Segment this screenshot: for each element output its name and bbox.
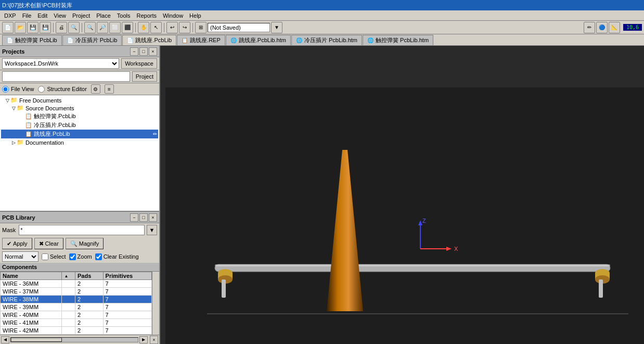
col-pads[interactable]: Pads — [75, 272, 104, 280]
workspace-select[interactable]: Workspace1.DsnWrk — [2, 58, 119, 69]
table-row-3[interactable]: WIRE - 39MM 2 7 — [1, 303, 152, 311]
pcblib-float-btn[interactable]: □ — [139, 213, 148, 222]
menu-tools[interactable]: Tools — [114, 12, 134, 19]
select-checkbox-item[interactable]: Select — [42, 253, 66, 260]
zoom-area-btn[interactable]: ⬛ — [122, 22, 133, 33]
tree-item-0[interactable]: 📋 触控弹簧.PcbLib — [1, 112, 158, 121]
mode-select[interactable]: Normal — [2, 251, 38, 262]
cell-name-2: WIRE - 38MM — [1, 296, 62, 303]
menu-place[interactable]: Place — [93, 12, 114, 19]
magnify-icon: 🔍 — [70, 240, 78, 247]
workspace-button[interactable]: Workspace — [121, 58, 157, 69]
table-row-0[interactable]: WIRE - 36MM 2 7 — [1, 280, 152, 288]
apply-button[interactable]: ✔ Apply — [2, 238, 32, 249]
expand-source-docs[interactable]: ▽ — [10, 105, 17, 111]
left-panel-scrollbar[interactable]: ◀ ▶ × — [0, 335, 159, 344]
menu-bar: DXP File Edit View Project Place Tools R… — [0, 10, 644, 21]
file-view-radio[interactable]: File View — [2, 86, 34, 93]
tab-3[interactable]: 📋 跳线座.REP — [177, 35, 225, 45]
h-scroll-thumb[interactable] — [11, 338, 62, 342]
cell-pads-1: 2 — [75, 288, 104, 296]
tab-1[interactable]: 📄 冷压插片 PcbLib — [62, 35, 122, 45]
mask-input[interactable] — [19, 225, 145, 235]
cell-name-0: WIRE - 36MM — [1, 280, 62, 288]
cell-pads-4: 2 — [75, 311, 104, 319]
magnify-button[interactable]: 🔍 Magnify — [66, 238, 104, 249]
menu-dxp[interactable]: DXP — [1, 12, 19, 19]
table-row-4[interactable]: WIRE - 40MM 2 7 — [1, 311, 152, 319]
layer-btn[interactable]: 📐 — [609, 22, 620, 33]
clear-button[interactable]: ✖ Clear — [34, 238, 63, 249]
grid-btn[interactable]: ⊞ — [195, 22, 207, 33]
redo-btn[interactable]: ↪ — [179, 22, 190, 33]
menu-window[interactable]: Window — [160, 12, 186, 19]
clear-existing-checkbox[interactable] — [95, 253, 102, 260]
mask-dropdown-btn[interactable]: ▼ — [147, 225, 157, 235]
structure-editor-radio[interactable]: Structure Editor — [38, 86, 86, 93]
menu-project[interactable]: Project — [69, 12, 93, 19]
table-row-6[interactable]: WIRE - 42MM 2 7 — [1, 327, 152, 335]
tree-source-documents[interactable]: ▽ 📁 Source Documents — [1, 104, 158, 112]
menu-file[interactable]: File — [19, 12, 35, 19]
3d-view-btn[interactable]: 🔵 — [596, 22, 608, 33]
print-btn[interactable]: 🖨 — [56, 22, 67, 33]
table-row-5[interactable]: WIRE - 41MM 2 7 — [1, 319, 152, 327]
lib-options-row: Normal Select Zoom Clear Existing — [0, 250, 159, 263]
col-primitives[interactable]: Primitives — [103, 272, 151, 280]
apply-icon: ✔ — [7, 240, 11, 247]
pcblib-minimize-btn[interactable]: − — [130, 213, 138, 222]
pan-btn[interactable]: ✋ — [138, 22, 149, 33]
minimize-btn[interactable]: − — [130, 47, 138, 56]
expand-documentation[interactable]: ▷ — [10, 139, 17, 146]
tab-0[interactable]: 📄 触控弹簧 PcbLib — [2, 35, 62, 45]
tree-item-1[interactable]: 📋 冷压插片.PcbLib — [1, 121, 158, 130]
menu-edit[interactable]: Edit — [34, 12, 50, 19]
tab-4[interactable]: 🌐 跳线座.PcbLib.htm — [226, 35, 291, 45]
save-btn[interactable]: 💾 — [27, 22, 38, 33]
col-name[interactable]: Name — [1, 272, 62, 280]
tree-options-btn[interactable]: ⚙ — [91, 84, 100, 94]
zoom-checkbox-item[interactable]: Zoom — [69, 253, 92, 260]
zoom-in-btn[interactable]: 🔍 — [84, 22, 96, 33]
title-bar: D:\[07]技术创新\PCB封装库 — [0, 0, 644, 10]
tab-5[interactable]: 🌐 冷压插片 PcbLib.htm — [291, 35, 362, 45]
tree-documentation[interactable]: ▷ 📁 Documentation — [1, 138, 158, 146]
open-btn[interactable]: 📂 — [15, 22, 26, 33]
menu-view[interactable]: View — [50, 12, 69, 19]
zoom-out-btn[interactable]: 🔎 — [97, 22, 108, 33]
file-view-input[interactable] — [2, 86, 9, 93]
table-container[interactable]: Name ▲ Pads Primitives WIRE - 36MM — [0, 272, 152, 335]
save-all-btn[interactable]: 💾 — [40, 22, 51, 33]
table-scrollbar[interactable] — [152, 272, 159, 335]
preview-btn[interactable]: 🔍 — [68, 22, 80, 33]
scroll-right-btn[interactable]: ▶ — [139, 336, 148, 343]
tree-free-documents[interactable]: ▽ 📁 Free Documents — [1, 96, 158, 104]
tab-6[interactable]: 🌐 触控弹簧 PcbLib.htm — [363, 35, 433, 45]
menu-help[interactable]: Help — [186, 12, 204, 19]
structure-editor-input[interactable] — [38, 86, 45, 93]
pcblib-close-btn[interactable]: × — [149, 213, 157, 222]
clear-existing-checkbox-item[interactable]: Clear Existing — [95, 253, 139, 260]
new-btn[interactable]: 📄 — [2, 22, 14, 33]
dropdown-btn[interactable]: ▼ — [271, 22, 282, 33]
select-checkbox[interactable] — [42, 253, 48, 260]
table-row-2[interactable]: WIRE - 38MM 2 7 — [1, 296, 152, 303]
h-scroll-track[interactable] — [10, 337, 138, 342]
undo-btn[interactable]: ↩ — [166, 22, 178, 33]
expand-free-docs[interactable]: ▽ — [4, 97, 10, 104]
tree-view-btn[interactable]: ≡ — [105, 84, 114, 94]
tree-item-2[interactable]: 📋 跳线座.PcbLib ✏ — [1, 130, 158, 138]
close-left-panel-btn[interactable]: × — [150, 336, 158, 344]
project-button[interactable]: Project — [132, 71, 157, 82]
edit-mode-btn[interactable]: ✏ — [584, 22, 595, 33]
select-btn[interactable]: ↖ — [150, 22, 162, 33]
float-btn[interactable]: □ — [139, 47, 148, 56]
menu-reports[interactable]: Reports — [133, 12, 160, 19]
zoom-fit-btn[interactable]: ⬜ — [109, 22, 121, 33]
zoom-checkbox[interactable] — [69, 253, 76, 260]
tab-2[interactable]: 📄 跳线座.PcbLib — [122, 35, 176, 45]
project-search-input[interactable] — [2, 71, 130, 82]
table-row-1[interactable]: WIRE - 37MM 2 7 — [1, 288, 152, 296]
scroll-left-btn[interactable]: ◀ — [1, 336, 9, 343]
close-panel-btn[interactable]: × — [149, 47, 157, 56]
